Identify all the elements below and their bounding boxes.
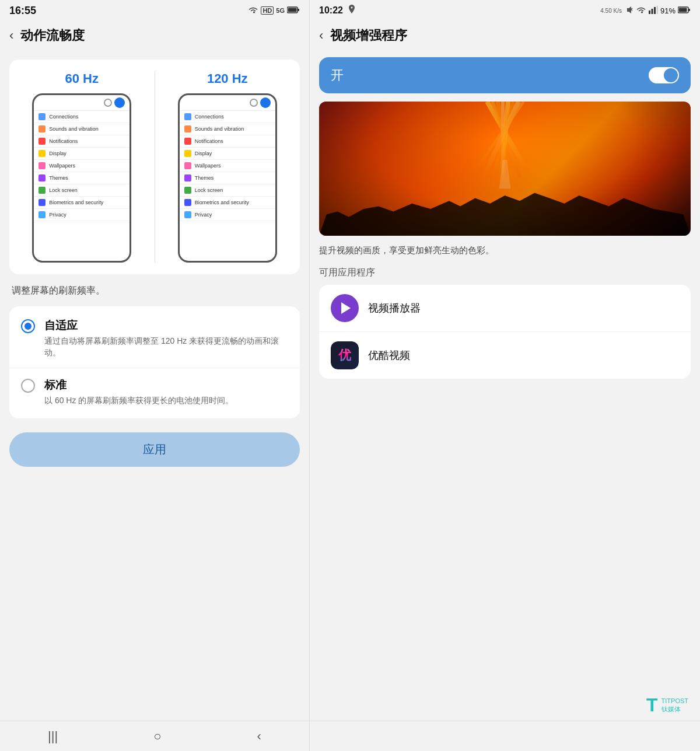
right-header: ‹ 视频增强程序 [310, 21, 700, 50]
menu-display-120: Display [180, 148, 275, 160]
left-status-icons: HD 5G [248, 6, 300, 16]
left-nav-bar: ||| ○ ‹ [0, 721, 309, 751]
left-time: 16:55 [9, 5, 36, 17]
menu-notif-120: Notifications [180, 135, 275, 148]
watermark: T TITPOST 钛媒体 [646, 694, 688, 716]
wifi-icon [248, 6, 258, 16]
home-button[interactable]: ○ [153, 729, 161, 744]
menu-connections-120: Connections [180, 111, 275, 123]
right-time: 10:22 [319, 5, 343, 16]
right-status-icons: 4.50 K/s 91% [600, 5, 691, 16]
watermark-brand: TITPOST [662, 697, 688, 705]
left-back-button[interactable]: ‹ [9, 28, 13, 43]
menu-biometric-60: Biometrics and security [34, 197, 130, 209]
refresh-description: 调整屏幕的刷新频率。 [9, 285, 300, 297]
app-list: 视频播放器 优 优酷视频 [319, 285, 691, 379]
menu-wallpaper-60: Wallpapers [34, 160, 130, 172]
menu-display-60: Display [34, 148, 130, 160]
toggle-bar[interactable]: 开 [319, 57, 691, 93]
left-status-bar: 16:55 HD 5G [0, 0, 309, 21]
right-description: 提升视频的画质，享受更加鲜亮生动的色彩。 [319, 244, 691, 257]
adaptive-text-block: 自适应 通过自动将屏幕刷新频率调整至 120 Hz 来获得更流畅的动画和滚动。 [44, 318, 288, 358]
themes-menu-icon-2 [184, 174, 191, 181]
play-icon [341, 302, 351, 314]
toggle-label: 开 [331, 67, 344, 84]
biometric-menu-icon [38, 199, 46, 206]
left-header: ‹ 动作流畅度 [0, 21, 309, 50]
app-item-youku[interactable]: 优 优酷视频 [319, 332, 691, 379]
60hz-label: 60 Hz [65, 71, 99, 86]
svg-rect-8 [656, 6, 658, 14]
svg-rect-1 [298, 9, 299, 11]
standard-desc: 以 60 Hz 的屏幕刷新频率获得更长的电池使用时间。 [44, 395, 288, 407]
options-card: 自适应 通过自动将屏幕刷新频率调整至 120 Hz 来获得更流畅的动画和滚动。 … [9, 306, 300, 418]
display-menu-icon-2 [184, 150, 191, 157]
menu-lock-120: Lock screen [180, 184, 275, 197]
sound-menu-icon [38, 125, 46, 132]
menu-privacy-120: Privacy [180, 209, 275, 221]
battery-icon-right [678, 6, 691, 16]
standard-title: 标准 [44, 378, 288, 393]
phone-top-bar-60 [34, 95, 130, 111]
phone-top-bar-120 [180, 95, 275, 111]
left-content: 60 Hz Connections Sounds and vibrati [0, 50, 309, 721]
toggle-knob [664, 68, 678, 82]
left-page-title: 动作流畅度 [20, 27, 85, 44]
video-app-icon [331, 294, 359, 322]
svg-rect-2 [288, 8, 297, 12]
svg-rect-11 [679, 8, 687, 12]
hd-badge: HD [261, 6, 274, 15]
biometric-menu-icon-2 [184, 199, 191, 206]
svg-rect-10 [688, 9, 690, 11]
120hz-label: 120 Hz [207, 71, 248, 86]
5g-badge: 5G [276, 7, 285, 14]
youku-logo-text: 优 [338, 347, 351, 364]
youku-player-icon: 优 [331, 341, 359, 369]
menu-connections-60: Connections [34, 111, 130, 123]
radio-standard[interactable] [21, 379, 35, 393]
location-icon [348, 5, 356, 16]
display-menu-icon [38, 150, 46, 157]
wallpaper-menu-icon-2 [184, 162, 191, 169]
app-item-video[interactable]: 视频播放器 [319, 285, 691, 332]
wifi-icon-right [636, 6, 646, 16]
privacy-menu-icon-2 [184, 211, 191, 218]
apply-button[interactable]: 应用 [9, 432, 300, 467]
concert-image [319, 102, 691, 236]
120hz-phone-mockup: Connections Sounds and vibration Notific… [178, 93, 277, 263]
watermark-symbol: T [646, 694, 658, 716]
radio-adaptive[interactable] [21, 319, 35, 333]
120hz-section: 120 Hz Connections Sounds and vibrat [164, 71, 291, 263]
available-apps-label: 可用应用程序 [319, 267, 691, 279]
back-gesture-button[interactable]: ‹ [257, 729, 261, 744]
svg-rect-5 [649, 11, 650, 14]
watermark-chinese: 钛媒体 [662, 705, 688, 713]
svg-rect-6 [651, 9, 653, 14]
menu-biometric-120: Biometrics and security [180, 197, 275, 209]
right-back-button[interactable]: ‹ [319, 28, 323, 43]
phone-search-icon-120 [250, 99, 258, 107]
video-player-name: 视频播放器 [368, 301, 421, 315]
menu-lock-60: Lock screen [34, 184, 130, 197]
mockups-card: 60 Hz Connections Sounds and vibrati [9, 60, 300, 274]
60hz-section: 60 Hz Connections Sounds and vibrati [19, 71, 145, 263]
menu-themes-120: Themes [180, 172, 275, 184]
mockups-divider [155, 71, 155, 263]
option-adaptive[interactable]: 自适应 通过自动将屏幕刷新频率调整至 120 Hz 来获得更流畅的动画和滚动。 [9, 309, 300, 368]
recent-apps-button[interactable]: ||| [48, 729, 58, 744]
option-standard[interactable]: 标准 以 60 Hz 的屏幕刷新频率获得更长的电池使用时间。 [9, 368, 300, 416]
svg-rect-7 [654, 7, 656, 14]
youku-app-icon: 优 [331, 341, 359, 369]
right-status-bar: 10:22 4.50 K/s 91% [310, 0, 700, 21]
toggle-switch[interactable] [649, 67, 679, 83]
phone-search-icon-60 [104, 99, 112, 107]
radio-adaptive-fill [24, 323, 32, 330]
video-player-icon [331, 294, 359, 322]
menu-wallpaper-120: Wallpapers [180, 160, 275, 172]
phone-avatar-60 [114, 97, 125, 108]
wifi-menu-icon [38, 113, 46, 120]
phone-avatar-120 [260, 97, 271, 108]
signal-icon [649, 6, 658, 16]
battery-percentage: 91% [660, 6, 676, 15]
adaptive-title: 自适应 [44, 318, 288, 333]
